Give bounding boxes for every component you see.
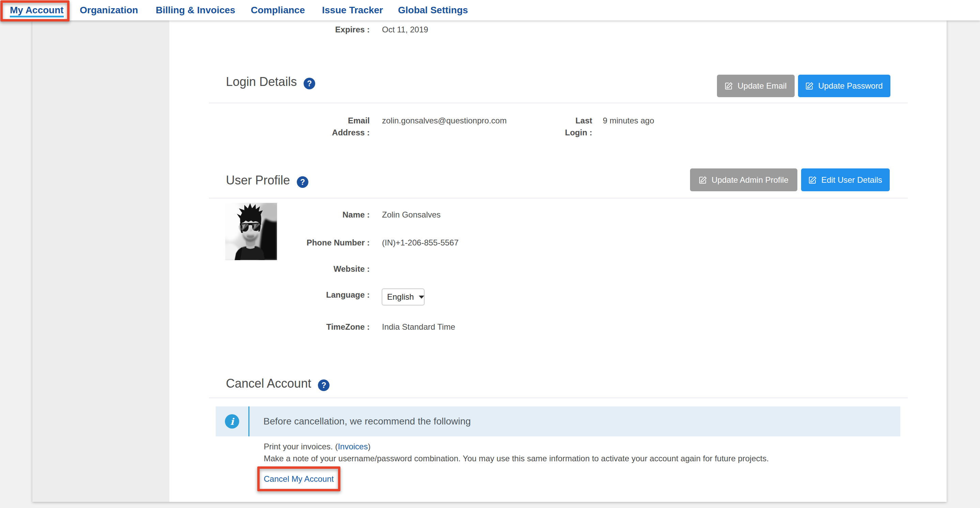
phone-number-value: (IN)+1-206-855-5567 [382,237,459,248]
nav-tab-global-settings[interactable]: Global Settings [398,5,468,15]
edit-user-details-label: Edit User Details [821,175,882,185]
page: My Account Organization Billing & Invoic… [0,0,980,508]
language-label: Language : [302,289,370,301]
cancel-account-title: Cancel Account [226,377,311,390]
update-password-label: Update Password [818,81,883,91]
profile-photo [225,203,277,260]
username-note-line: Make a note of your username/password co… [264,454,769,463]
top-navbar: My Account Organization Billing & Invoic… [0,0,980,21]
info-banner: i Before cancellation, we recommend the … [216,406,900,436]
update-email-label: Update Email [737,81,786,91]
name-label: Name : [302,209,370,221]
name-value: Zolin Gonsalves [382,209,441,221]
edit-user-details-button[interactable]: Edit User Details [801,169,890,191]
website-label: Website : [302,263,370,275]
expires-value: Oct 11, 2019 [382,24,428,35]
login-details-help-icon[interactable]: ? [304,78,315,89]
nav-tab-organization[interactable]: Organization [80,5,138,15]
user-profile-heading: User Profile ? [226,174,309,187]
email-address-label: Email Address : [315,115,370,139]
update-password-button[interactable]: Update Password [798,75,890,97]
invoices-line-prefix: Print your invoices. ( [264,442,338,451]
login-details-title: Login Details [226,75,297,89]
caret-down-icon [419,296,424,299]
update-admin-profile-button[interactable]: Update Admin Profile [690,169,797,191]
profile-section-divider [209,198,908,198]
nav-tab-issue-tracker[interactable]: Issue Tracker [322,5,383,15]
phone-number-label: Phone Number : [302,237,370,248]
cancel-section-divider [209,398,908,398]
edit-icon [808,176,817,184]
cancel-instructions: Print your invoices. (Invoices) Make a n… [264,441,769,464]
user-profile-title: User Profile [226,174,290,187]
edit-icon [805,82,814,90]
edit-icon [725,82,733,90]
update-admin-profile-label: Update Admin Profile [711,175,788,185]
edit-icon [699,176,707,184]
timezone-value: India Standard Time [382,321,455,333]
left-sidebar [32,21,169,502]
login-section-divider [209,103,908,103]
last-login-value: 9 minutes ago [603,115,654,126]
cancel-account-help-icon[interactable]: ? [318,379,329,391]
nav-tab-billing-invoices[interactable]: Billing & Invoices [156,5,235,15]
expires-label: Expires : [209,24,370,35]
nav-tab-my-account[interactable]: My Account [10,5,64,18]
language-select-value: English [387,289,414,305]
user-profile-help-icon[interactable]: ? [297,176,309,188]
invoices-line-suffix: ) [368,442,371,451]
nav-tab-compliance[interactable]: Compliance [251,5,305,15]
banner-text: Before cancellation, we recommend the fo… [263,406,471,436]
email-address-value: zolin.gonsalves@questionpro.com [382,115,507,126]
cancel-my-account-link[interactable]: Cancel My Account [264,473,334,485]
last-login-label: Last Login : [558,115,592,139]
timezone-label: TimeZone : [302,321,370,333]
language-select[interactable]: English [382,288,425,306]
cancel-account-heading: Cancel Account ? [226,377,329,390]
info-icon: i [225,414,239,428]
login-details-heading: Login Details ? [226,75,315,89]
banner-vertical-rule [248,406,250,436]
invoices-link[interactable]: Invoices [338,442,368,451]
update-email-button[interactable]: Update Email [717,75,795,97]
